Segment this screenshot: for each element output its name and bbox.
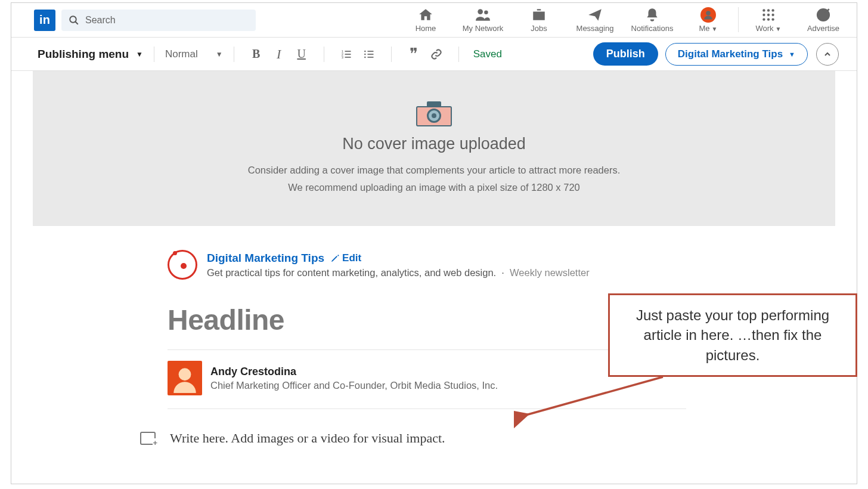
camera-icon <box>416 101 452 126</box>
svg-point-26 <box>364 56 366 58</box>
newsletter-description: Get practical tips for content marketing… <box>207 267 590 278</box>
editor-toolbar: Publishing menu▼ Normal▼ B I U 123 ❞ Sav… <box>11 38 857 71</box>
svg-line-1 <box>75 21 78 24</box>
edit-newsletter-button[interactable]: Edit <box>330 252 361 264</box>
unordered-list-button[interactable] <box>360 45 378 63</box>
svg-point-13 <box>771 18 774 20</box>
pencil-icon <box>330 253 340 263</box>
search-icon <box>69 15 79 26</box>
people-icon <box>475 7 491 23</box>
svg-point-8 <box>762 14 765 16</box>
nav-work[interactable]: Work▼ <box>741 7 796 33</box>
cover-title: No cover image uploaded <box>342 135 526 153</box>
collapse-toolbar-button[interactable] <box>816 43 839 66</box>
nav-me[interactable]: Me▼ <box>681 7 736 33</box>
newsletter-selector[interactable]: Digital Marketing Tips▼ <box>665 43 808 66</box>
nav-messaging[interactable]: Messaging <box>566 7 624 33</box>
svg-point-2 <box>478 9 483 14</box>
svg-point-24 <box>364 50 366 52</box>
svg-point-10 <box>771 14 774 16</box>
nav-advertise[interactable]: Advertise <box>796 7 851 33</box>
newsletter-name-link[interactable]: Digital Marketing Tips <box>207 252 324 265</box>
svg-point-11 <box>762 18 765 20</box>
blockquote-button[interactable]: ❞ <box>405 45 423 63</box>
ordered-list-button[interactable]: 123 <box>337 45 355 63</box>
underline-button[interactable]: U <box>293 45 311 63</box>
svg-point-3 <box>484 10 488 14</box>
linkedin-logo[interactable]: in <box>34 10 55 31</box>
svg-point-4 <box>706 11 711 16</box>
article-body-input[interactable]: Write here. Add images or a video for vi… <box>170 431 445 446</box>
unordered-list-icon <box>363 48 375 60</box>
grid-icon <box>761 7 776 23</box>
target-icon <box>816 7 831 23</box>
cover-image-upload[interactable]: No cover image uploaded Consider adding … <box>33 71 835 226</box>
publish-button[interactable]: Publish <box>593 42 658 66</box>
author-name: Andy Crestodina <box>210 366 498 378</box>
search-placeholder: Search <box>85 15 116 26</box>
save-status: Saved <box>473 48 502 60</box>
text-style-dropdown[interactable]: Normal▼ <box>165 48 223 60</box>
svg-point-5 <box>762 9 765 11</box>
nav-separator <box>738 7 739 32</box>
link-button[interactable] <box>427 45 445 63</box>
send-icon <box>587 7 603 23</box>
newsletter-logo <box>168 250 197 280</box>
svg-text:3: 3 <box>341 55 343 58</box>
italic-button[interactable]: I <box>270 45 288 63</box>
add-media-button[interactable] <box>140 432 156 445</box>
svg-point-12 <box>767 18 770 20</box>
annotation-arrow <box>514 370 681 429</box>
svg-point-9 <box>767 14 770 16</box>
publishing-menu-dropdown[interactable]: Publishing menu▼ <box>38 48 143 61</box>
author-avatar <box>168 361 202 395</box>
bold-button[interactable]: B <box>247 45 265 63</box>
chevron-up-icon <box>823 49 832 59</box>
home-icon <box>418 7 433 23</box>
svg-point-25 <box>364 53 366 55</box>
author-title: Chief Marketing Officer and Co-Founder, … <box>210 380 498 391</box>
ordered-list-icon: 123 <box>340 48 352 60</box>
cover-description: Consider adding a cover image that compl… <box>248 162 621 195</box>
bell-icon <box>644 7 660 23</box>
svg-point-0 <box>70 16 76 23</box>
svg-point-6 <box>767 9 770 11</box>
nav-jobs[interactable]: Jobs <box>512 7 566 33</box>
link-icon <box>430 48 442 60</box>
nav-notifications[interactable]: Notifications <box>624 7 681 33</box>
annotation-callout: Just paste your top performing article i… <box>608 293 857 377</box>
newsletter-header: Digital Marketing Tips Edit Get practica… <box>168 250 686 280</box>
top-nav: in Search Home My Network Jobs Messaging <box>11 3 857 38</box>
briefcase-icon <box>531 7 547 23</box>
nav-home[interactable]: Home <box>397 7 454 33</box>
avatar-icon <box>700 7 716 23</box>
svg-point-27 <box>179 368 191 380</box>
svg-point-7 <box>771 9 774 11</box>
nav-network[interactable]: My Network <box>454 7 512 33</box>
svg-line-28 <box>526 377 663 415</box>
search-input[interactable]: Search <box>61 10 256 31</box>
